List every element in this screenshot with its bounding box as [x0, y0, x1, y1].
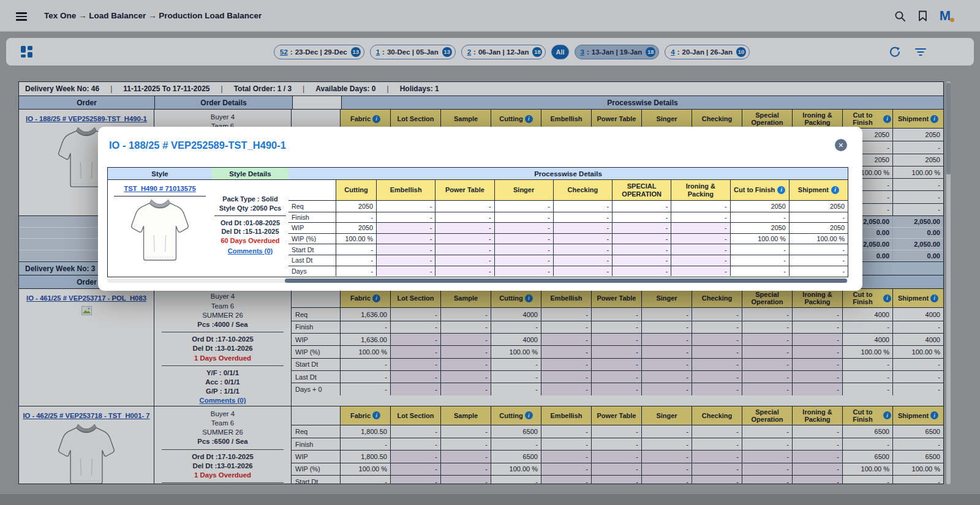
modal-process-column-label: Ironing & Packing	[673, 182, 728, 198]
modal-process-value-cell: -	[376, 201, 435, 212]
order-detail-line: Style Qty :2050 Pcs	[212, 204, 288, 213]
modal-process-value-cell: 2050	[730, 201, 789, 212]
modal-row-label: Days	[288, 266, 336, 277]
modal-process-value-cell: -	[435, 234, 494, 244]
modal-process-value-cell: 2050	[336, 201, 376, 212]
modal-process-value-cell: -	[336, 255, 376, 266]
style-cell: TST_H490 # 71013575	[108, 180, 212, 277]
modal-process-column-header: Cut to Finishi	[730, 180, 789, 201]
modal-process-value-cell: -	[553, 201, 612, 212]
modal-process-value-cell: -	[553, 212, 612, 223]
modal-process-value-cell: -	[671, 244, 729, 255]
modal-process-value-cell: -	[671, 223, 729, 233]
modal-process-value-cell: -	[789, 244, 848, 255]
info-icon[interactable]: i	[777, 186, 785, 194]
modal-process-data-row: Last Dt---------	[288, 255, 848, 266]
modal-process-value-cell: -	[612, 266, 671, 277]
modal-title: IO - 188/25 # VEP252589-TST_H490-1	[109, 140, 286, 151]
modal-process-value-cell: -	[671, 212, 729, 223]
order-detail-line: 60 Days Overdued	[212, 236, 288, 245]
modal-process-value-cell: 2050	[730, 223, 789, 233]
modal-process-value-cell: 2050	[789, 201, 848, 212]
modal-process-column-label: Cutting	[344, 186, 368, 194]
modal-process-value-cell: -	[612, 234, 671, 244]
modal-process-value-cell: -	[376, 234, 435, 244]
modal-process-value-cell: -	[494, 255, 553, 266]
modal-process-value-cell: -	[376, 223, 435, 233]
style-details-group-header: Style Details	[212, 168, 288, 179]
style-group-header: Style	[108, 168, 212, 179]
modal-process-value-cell: -	[789, 255, 848, 266]
modal-process-column-label: Cut to Finish	[734, 186, 775, 194]
modal-process-value-cell: -	[553, 234, 612, 244]
modal-process-column-header: Shipmenti	[789, 180, 848, 201]
modal-process-column-label: SPECIAL OPERATION	[614, 182, 669, 198]
modal-process-value-cell: -	[494, 266, 553, 277]
modal-row-label: Last Dt	[288, 255, 336, 266]
modal-process-column-header: Power Table	[435, 180, 494, 201]
modal-row-label: WIP	[288, 223, 336, 233]
style-details-cell: Pack Type : SolidStyle Qty :2050 PcsOrd …	[212, 180, 288, 277]
modal-horizontal-scrollbar[interactable]	[107, 279, 848, 283]
order-detail-line: Pack Type : Solid	[212, 195, 288, 204]
modal-process-column-label: Shipment	[798, 186, 829, 194]
order-detail-line: Ord Dt :01-08-2025	[212, 219, 288, 228]
modal-process-value-cell: 100.00 %	[789, 234, 848, 244]
modal-process-data-row: Finish---------	[288, 212, 848, 223]
modal-process-value-cell: -	[553, 255, 612, 266]
modal-process-column-label: Singer	[513, 186, 534, 194]
modal-process-column-header: Cutting	[336, 180, 376, 201]
modal-process-value-cell: 100.00 %	[730, 234, 789, 244]
modal-process-value-cell: -	[376, 255, 435, 266]
modal-process-value-cell: -	[494, 244, 553, 255]
modal-process-value-cell: -	[553, 223, 612, 233]
modal-scrollbar-thumb[interactable]	[285, 279, 847, 283]
modal-process-value-cell: -	[612, 255, 671, 266]
modal-row-label: WIP (%)	[288, 234, 336, 244]
modal-process-value-cell: -	[612, 201, 671, 212]
modal-process-column-header: SPECIAL OPERATION	[612, 180, 671, 201]
modal-process-value-cell: -	[376, 244, 435, 255]
modal-process-value-cell: -	[671, 255, 729, 266]
modal-process-column-header: Embellish	[376, 180, 435, 201]
modal-process-data-row: Days---------	[288, 266, 848, 277]
modal-process-data-row: Req2050------20502050	[288, 201, 848, 212]
modal-process-value-cell: -	[435, 212, 494, 223]
info-icon[interactable]: i	[831, 186, 839, 194]
order-detail-modal: IO - 188/25 # VEP252589-TST_H490-1 ✕ Sty…	[98, 127, 862, 291]
modal-process-value-cell: -	[612, 244, 671, 255]
modal-process-value-cell: -	[789, 266, 848, 277]
modal-process-value-cell: -	[435, 255, 494, 266]
style-image	[130, 198, 190, 266]
modal-process-value-cell: -	[494, 212, 553, 223]
modal-process-value-cell: 2050	[789, 223, 848, 233]
modal-process-value-cell: -	[553, 244, 612, 255]
style-link[interactable]: TST_H490 # 71013575	[124, 185, 195, 192]
modal-process-column-label: Power Table	[445, 186, 484, 194]
modal-process-column-header: Singer	[494, 180, 553, 201]
modal-process-value-cell: -	[789, 212, 848, 223]
close-icon[interactable]: ✕	[835, 139, 847, 151]
style-process-table: Style Style Details Processwise Details …	[107, 167, 848, 277]
modal-process-value-cell: -	[671, 234, 729, 244]
comments-link[interactable]: Comments (0)	[228, 247, 273, 256]
modal-process-value-cell: -	[494, 201, 553, 212]
modal-process-value-cell: -	[612, 223, 671, 233]
modal-process-data-row: WIP2050------20502050	[288, 222, 848, 233]
modal-process-value-cell: -	[435, 244, 494, 255]
divider-line	[214, 215, 286, 216]
modal-process-value-cell: -	[730, 266, 789, 277]
modal-row-label: Start Dt	[288, 244, 336, 255]
modal-process-value-cell: -	[376, 212, 435, 223]
modal-process-value-cell: -	[376, 266, 435, 277]
modal-process-value-cell: -	[336, 212, 376, 223]
modal-process-column-label: Checking	[568, 186, 598, 194]
modal-process-value-cell: 2050	[336, 223, 376, 233]
modal-process-column-header: Checking	[553, 180, 612, 201]
modal-process-value-cell: -	[494, 234, 553, 244]
processwise-group-header: Processwise Details	[288, 168, 848, 179]
modal-process-value-cell: -	[435, 223, 494, 233]
modal-process-value-cell: -	[671, 266, 729, 277]
modal-process-header-row: CuttingEmbellishPower TableSingerCheckin…	[288, 180, 848, 201]
order-detail-line: Del Dt :15-11-2025	[212, 227, 288, 236]
